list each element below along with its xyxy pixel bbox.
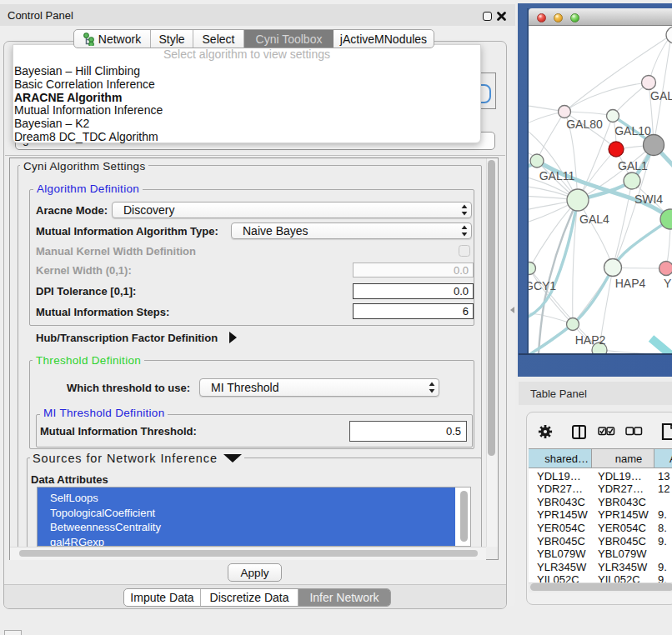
svg-text:GAL11: GAL11 <box>539 169 575 182</box>
svg-text:HAP2: HAP2 <box>575 333 606 347</box>
svg-text:Y: Y <box>664 277 672 290</box>
svg-text:GAL4: GAL4 <box>579 212 609 226</box>
svg-text:GAL10: GAL10 <box>614 124 651 138</box>
svg-text:SWI4: SWI4 <box>634 192 663 206</box>
svg-text:GAL1: GAL1 <box>618 159 648 172</box>
svg-text:GAL80: GAL80 <box>566 118 603 131</box>
svg-text:HAP4: HAP4 <box>615 277 646 290</box>
svg-text:GCY1: GCY1 <box>529 279 556 292</box>
svg-text:GAL: GAL <box>650 89 672 102</box>
